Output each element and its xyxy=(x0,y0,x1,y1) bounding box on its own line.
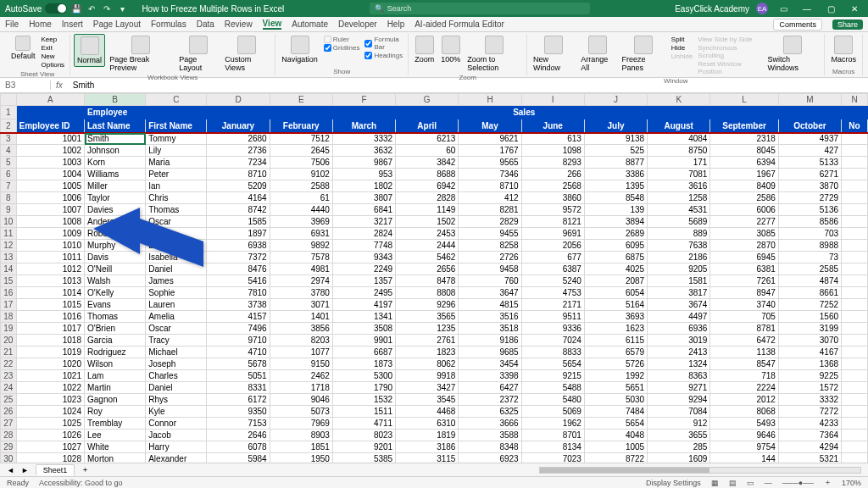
cell-value[interactable]: 1873 xyxy=(332,358,395,370)
cell-value[interactable]: 3738 xyxy=(207,299,270,311)
close-icon[interactable]: ✕ xyxy=(846,4,863,14)
chk-ruler[interactable]: Ruler xyxy=(324,36,360,43)
cell-value[interactable]: 3655 xyxy=(648,430,710,441)
cell-value[interactable]: 3674 xyxy=(648,299,710,311)
cell-value[interactable]: 9186 xyxy=(459,335,521,347)
tab-review[interactable]: Review xyxy=(225,19,253,29)
cell-empty[interactable] xyxy=(842,358,868,370)
cell-employee-id[interactable]: 1015 xyxy=(16,299,84,311)
cell-value[interactable]: 8781 xyxy=(710,323,778,335)
cell-value[interactable]: 9754 xyxy=(710,441,778,453)
account-name[interactable]: EasyClick Academy xyxy=(675,4,749,14)
cell-first-name[interactable]: Sophie xyxy=(146,287,207,299)
cell-value[interactable]: 705 xyxy=(710,311,778,323)
cell-value[interactable]: 8478 xyxy=(396,275,459,287)
cell-value[interactable]: 5240 xyxy=(521,275,584,287)
cell-employee-id[interactable]: 1009 xyxy=(16,228,84,240)
chk-formula-bar[interactable]: Formula Bar xyxy=(364,36,403,51)
cell-last-name[interactable]: Tremblay xyxy=(85,418,146,430)
cell-value[interactable]: 1138 xyxy=(710,347,778,358)
cell-empty[interactable] xyxy=(842,347,868,358)
cell-value[interactable]: 1368 xyxy=(778,358,841,370)
cell-value[interactable]: 7372 xyxy=(207,252,270,263)
split-button[interactable]: Split xyxy=(671,36,693,43)
zoom-out-icon[interactable]: — xyxy=(765,479,772,487)
row-header-29[interactable]: 29 xyxy=(1,441,17,453)
cell-value[interactable]: 8134 xyxy=(521,441,584,453)
cell-first-name[interactable]: Lily xyxy=(146,145,207,157)
header-cell[interactable]: February xyxy=(270,119,332,133)
cell-employee-id[interactable]: 1002 xyxy=(16,145,84,157)
cell-value[interactable]: 6936 xyxy=(648,323,710,335)
cell-value[interactable]: 5493 xyxy=(710,418,778,430)
cell-value[interactable]: 5073 xyxy=(270,406,332,418)
header-cell[interactable]: No xyxy=(842,119,868,133)
cell-value[interactable]: 7969 xyxy=(270,418,332,430)
cell-value[interactable]: 3508 xyxy=(332,323,395,335)
sheet-nav-prev-icon[interactable]: ◄ xyxy=(7,466,14,474)
cell-value[interactable]: 1511 xyxy=(332,406,395,418)
cell-value[interactable]: 8547 xyxy=(710,358,778,370)
cell-value[interactable]: 8688 xyxy=(396,169,459,180)
cell-empty[interactable] xyxy=(842,133,868,145)
tab-ai-formula[interactable]: AI-aided Formula Editor xyxy=(415,19,504,29)
cell-value[interactable]: 5726 xyxy=(584,358,647,370)
cell-empty[interactable] xyxy=(842,192,868,204)
row-header-5[interactable]: 5 xyxy=(1,157,17,169)
cell-value[interactable]: 1581 xyxy=(648,275,710,287)
cell-value[interactable]: 9901 xyxy=(332,335,395,347)
cell-empty[interactable] xyxy=(842,275,868,287)
cell-value[interactable]: 3427 xyxy=(396,382,459,394)
cell-employee-id[interactable]: 1007 xyxy=(16,204,84,216)
cell-employee-id[interactable]: 1004 xyxy=(16,169,84,180)
cell-first-name[interactable]: Emily xyxy=(146,240,207,252)
ribbon-mode-icon[interactable]: ▭ xyxy=(775,4,792,14)
cell-value[interactable]: 8586 xyxy=(778,216,841,228)
sheet-nav-next-icon[interactable]: ► xyxy=(21,466,29,474)
cell-value[interactable]: 7346 xyxy=(459,169,521,180)
cell-value[interactable]: 2645 xyxy=(270,145,332,157)
cell-value[interactable]: 3807 xyxy=(332,192,395,204)
column-header-H[interactable]: H xyxy=(459,94,521,106)
cell-first-name[interactable]: Harry xyxy=(146,441,207,453)
row-header-10[interactable]: 10 xyxy=(1,216,17,228)
cell-value[interactable]: 6325 xyxy=(459,406,521,418)
row-header-24[interactable]: 24 xyxy=(1,382,17,394)
cell-first-name[interactable]: Tracy xyxy=(146,335,207,347)
header-cell[interactable]: June xyxy=(521,119,584,133)
cell-employee-id[interactable]: 1018 xyxy=(16,335,84,347)
cell-value[interactable]: 1401 xyxy=(270,311,332,323)
macros-button[interactable]: Macros xyxy=(828,34,859,65)
sheet-view-exit[interactable]: Exit xyxy=(42,44,65,52)
cell-value[interactable]: 4025 xyxy=(584,263,647,275)
cell-last-name[interactable]: Rodriguez xyxy=(85,347,146,358)
cell-value[interactable]: 8742 xyxy=(207,204,270,216)
cell-value[interactable]: 5462 xyxy=(396,252,459,263)
view-pagebreak-icon[interactable]: ▭ xyxy=(747,479,754,487)
cell-value[interactable]: 266 xyxy=(521,169,584,180)
cell-value[interactable]: 2870 xyxy=(710,240,778,252)
row-header-27[interactable]: 27 xyxy=(1,418,17,430)
cell-value[interactable]: 4233 xyxy=(778,418,841,430)
cell-value[interactable]: 2249 xyxy=(332,263,395,275)
cell-value[interactable]: 2726 xyxy=(459,252,521,263)
cell-empty[interactable] xyxy=(842,228,868,240)
cell-value[interactable]: 8258 xyxy=(459,240,521,252)
column-header-L[interactable]: L xyxy=(710,94,778,106)
cell-employee-id[interactable]: 1003 xyxy=(16,157,84,169)
hide-button[interactable]: Hide xyxy=(671,44,693,52)
cell-empty[interactable] xyxy=(842,323,868,335)
freeze-panes-button[interactable]: Freeze Panes xyxy=(620,34,668,74)
cell-first-name[interactable]: Oscar xyxy=(146,216,207,228)
header-cell[interactable]: April xyxy=(396,119,459,133)
header-cell[interactable]: March xyxy=(332,119,395,133)
cell-employee-id[interactable]: 1016 xyxy=(16,311,84,323)
row-header-19[interactable]: 19 xyxy=(1,323,17,335)
autosave-toggle[interactable] xyxy=(45,3,67,14)
column-header-G[interactable]: G xyxy=(396,94,459,106)
cell-value[interactable]: 677 xyxy=(521,252,584,263)
cell-value[interactable]: 4197 xyxy=(332,299,395,311)
cell-value[interactable]: 3518 xyxy=(459,323,521,335)
cell-value[interactable]: 8701 xyxy=(521,430,584,441)
cell-value[interactable]: 8476 xyxy=(207,263,270,275)
